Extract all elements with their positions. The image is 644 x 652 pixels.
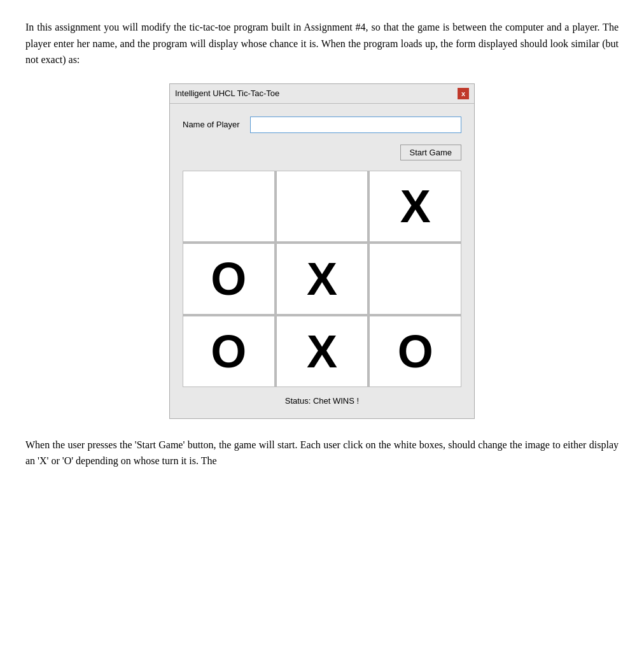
cell-1-0: O xyxy=(183,244,274,314)
cell-1-1: X xyxy=(277,244,368,314)
player-name-row: Name of Player xyxy=(183,117,461,133)
window-body: Name of Player Start Game XOXOXO Status:… xyxy=(170,104,474,418)
status-label: Status: Chet WINS ! xyxy=(183,393,461,408)
cell-2-0: O xyxy=(183,316,274,386)
app-window: Intelligent UHCL Tic-Tac-Toe x Name of P… xyxy=(169,83,475,419)
window-title: Intelligent UHCL Tic-Tac-Toe xyxy=(175,89,279,98)
start-game-row: Start Game xyxy=(183,145,461,160)
window-titlebar: Intelligent UHCL Tic-Tac-Toe x xyxy=(170,84,474,104)
window-close-button[interactable]: x xyxy=(458,88,469,99)
window-container: Intelligent UHCL Tic-Tac-Toe x Name of P… xyxy=(25,83,619,419)
intro-paragraph: In this assignment you will modify the t… xyxy=(25,19,619,68)
start-game-button[interactable]: Start Game xyxy=(400,145,461,160)
game-board: XOXOXO xyxy=(183,171,461,387)
cell-0-2: X xyxy=(370,171,461,241)
player-name-input[interactable] xyxy=(250,117,461,133)
cell-0-0[interactable] xyxy=(183,171,274,241)
outro-paragraph: When the user presses the 'Start Game' b… xyxy=(25,437,619,469)
cell-2-1: X xyxy=(277,316,368,386)
player-name-label: Name of Player xyxy=(183,120,240,129)
cell-2-2: O xyxy=(370,316,461,386)
cell-1-2[interactable] xyxy=(370,244,461,314)
cell-0-1[interactable] xyxy=(277,171,368,241)
